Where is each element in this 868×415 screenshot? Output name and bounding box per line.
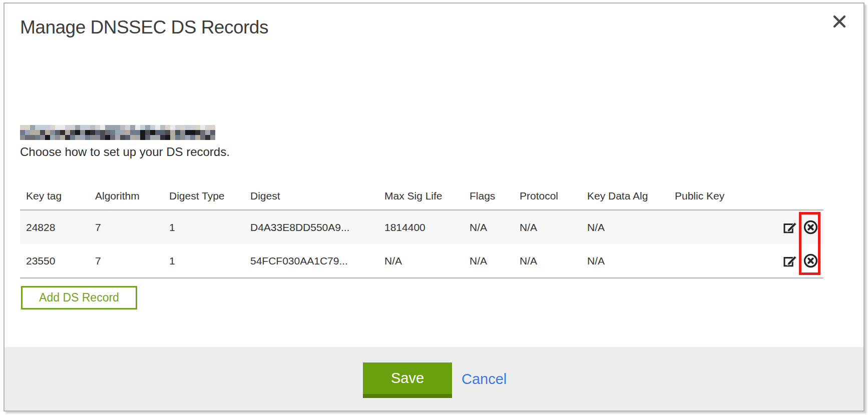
cell-protocol: N/A xyxy=(514,244,581,278)
ds-records-table-wrap: Key tag Algorithm Digest Type Digest Max… xyxy=(20,182,823,278)
table-header-row: Key tag Algorithm Digest Type Digest Max… xyxy=(20,182,823,210)
cell-key-tag: 24828 xyxy=(20,210,89,244)
cell-digest-type: 1 xyxy=(163,210,244,244)
col-header-public-key: Public Key xyxy=(669,182,771,210)
cell-digest: D4A33E8DD550A9... xyxy=(244,210,378,244)
col-header-max-sig-life: Max Sig Life xyxy=(378,182,464,210)
cell-key-tag: 23550 xyxy=(20,244,89,278)
screen: Manage DNSSEC DS Records Choose how to s… xyxy=(0,0,868,415)
cell-protocol: N/A xyxy=(514,210,581,244)
dialog-footer: Save Cancel xyxy=(5,347,863,410)
add-ds-record-button[interactable]: Add DS Record xyxy=(21,286,137,310)
col-header-digest: Digest xyxy=(244,182,378,210)
close-button[interactable] xyxy=(830,12,848,30)
redacted-domain xyxy=(20,125,215,140)
col-header-algorithm: Algorithm xyxy=(89,182,163,210)
cell-max-sig-life: 1814400 xyxy=(378,210,464,244)
cell-digest-type: 1 xyxy=(163,244,244,278)
edit-pencil-square-icon xyxy=(782,226,797,237)
save-button[interactable]: Save xyxy=(363,362,452,398)
page-title: Manage DNSSEC DS Records xyxy=(20,17,268,38)
ds-records-table: Key tag Algorithm Digest Type Digest Max… xyxy=(20,182,823,278)
close-icon xyxy=(831,14,847,30)
table-row: 23550 7 1 54FCF030AA1C79... N/A N/A N/A … xyxy=(20,244,823,278)
edit-record-button[interactable] xyxy=(782,220,797,235)
delete-record-button[interactable] xyxy=(803,253,818,268)
circled-x-icon xyxy=(803,226,818,237)
cell-algorithm: 7 xyxy=(89,210,163,244)
cell-digest: 54FCF030AA1C79... xyxy=(244,244,378,278)
col-header-protocol: Protocol xyxy=(514,182,581,210)
edit-pencil-square-icon xyxy=(782,259,797,270)
cancel-link[interactable]: Cancel xyxy=(462,371,507,388)
circled-x-icon xyxy=(803,259,818,270)
cell-algorithm: 7 xyxy=(89,244,163,278)
cell-max-sig-life: N/A xyxy=(378,244,464,278)
cell-flags: N/A xyxy=(464,244,514,278)
col-header-key-tag: Key tag xyxy=(20,182,89,210)
instruction-text: Choose how to set up your DS records. xyxy=(20,145,230,159)
cell-key-data-alg: N/A xyxy=(581,210,669,244)
col-header-key-data-alg: Key Data Alg xyxy=(581,182,669,210)
delete-record-button[interactable] xyxy=(803,220,818,235)
cell-public-key xyxy=(669,210,771,244)
edit-record-button[interactable] xyxy=(782,254,797,268)
cell-actions xyxy=(771,244,823,278)
col-header-actions xyxy=(771,182,823,210)
cell-key-data-alg: N/A xyxy=(581,244,669,278)
col-header-flags: Flags xyxy=(464,182,514,210)
cell-public-key xyxy=(669,244,771,278)
manage-dnssec-ds-records-dialog: Manage DNSSEC DS Records Choose how to s… xyxy=(4,2,864,412)
cell-flags: N/A xyxy=(464,210,514,244)
cell-actions xyxy=(771,210,823,244)
col-header-digest-type: Digest Type xyxy=(163,182,244,210)
table-row: 24828 7 1 D4A33E8DD550A9... 1814400 N/A … xyxy=(20,210,823,244)
